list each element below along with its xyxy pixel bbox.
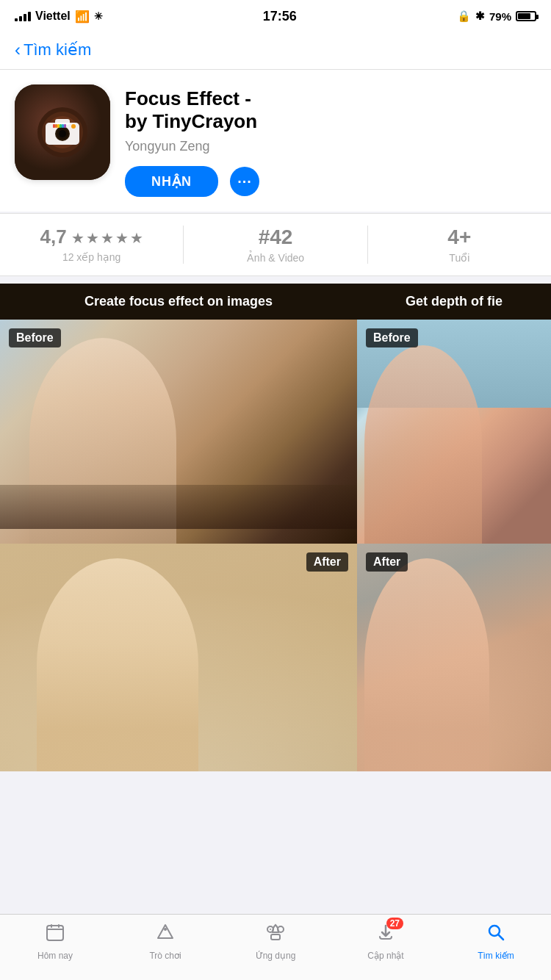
back-button[interactable]: ‹ Tìm kiếm: [15, 40, 536, 60]
tab-games-label: Trò chơi: [149, 951, 181, 961]
status-bar: Viettel 📶 ✳ 17:56 🔒 ✱ 79%: [0, 0, 551, 32]
age-label: Tuổi: [368, 252, 551, 264]
wifi-icon: 📶: [75, 10, 90, 24]
svg-rect-17: [51, 924, 52, 928]
stars: ★ ★ ★ ★ ★: [71, 229, 143, 247]
svg-rect-18: [58, 924, 60, 928]
games-icon: [155, 922, 176, 948]
rating-value: 4,7: [40, 226, 67, 248]
rating-stat: 4,7 ★ ★ ★ ★ ★ 12 xếp hạng: [0, 226, 184, 264]
bluetooth-icon: ✱: [475, 10, 485, 23]
screenshot-2-after: After: [357, 544, 551, 771]
screenshot-1-before: Before: [0, 320, 357, 544]
screenshots-scroll[interactable]: Create focus effect on images Before Aft…: [0, 284, 551, 771]
after-badge-2: After: [366, 552, 408, 572]
screenshot-1: Create focus effect on images Before Aft…: [0, 284, 357, 771]
tab-bar: Hôm nay Trò chơi Ứng dụng: [0, 914, 551, 980]
tab-updates-label: Cập nhật: [367, 951, 403, 961]
svg-rect-12: [62, 124, 64, 128]
tab-today[interactable]: Hôm nay: [0, 922, 110, 961]
back-label: Tìm kiếm: [24, 40, 91, 60]
tab-search-label: Tìm kiếm: [478, 951, 514, 961]
stats-bar: 4,7 ★ ★ ★ ★ ★ 12 xếp hạng #42 Ảnh & Vide…: [0, 213, 551, 276]
after-badge-1: After: [306, 552, 348, 572]
before-badge-2: Before: [366, 328, 418, 347]
svg-point-7: [59, 130, 66, 137]
screenshot-2: Get depth of fie Before After: [357, 284, 551, 771]
age-value: 4+: [368, 226, 551, 249]
svg-rect-15: [47, 926, 63, 940]
app-name: Focus Effect - by TinyCrayon: [125, 87, 536, 133]
signal-bars: [15, 11, 31, 21]
svg-rect-9: [55, 124, 57, 128]
svg-point-19: [164, 928, 167, 931]
screenshot-1-header: Create focus effect on images: [0, 284, 357, 320]
tab-search[interactable]: Tìm kiếm: [441, 922, 551, 961]
app-actions: NHẬN ···: [125, 166, 536, 197]
nav-bar: ‹ Tìm kiếm: [0, 32, 551, 70]
tab-updates-badge-container: 27: [375, 922, 396, 948]
app-info: Focus Effect - by TinyCrayon Yongyun Zen…: [125, 84, 536, 197]
app-developer: Yongyun Zeng: [125, 139, 536, 154]
rank-stat: #42 Ảnh & Video: [184, 226, 367, 264]
status-right: 🔒 ✱ 79%: [457, 10, 536, 23]
tab-updates[interactable]: 27 Cập nhật: [331, 922, 441, 961]
svg-point-14: [71, 124, 76, 129]
before-badge-1: Before: [9, 328, 61, 347]
app-icon: [15, 84, 110, 180]
location-icon: 🔒: [457, 10, 471, 23]
screenshot-1-after: After: [0, 544, 357, 771]
rank-value: #42: [184, 226, 367, 249]
updates-badge-count: 27: [386, 918, 403, 929]
age-stat: 4+ Tuổi: [368, 226, 551, 264]
svg-rect-10: [57, 124, 60, 128]
svg-point-22: [270, 929, 271, 930]
back-chevron-icon: ‹: [15, 40, 21, 60]
apps-icon: [265, 922, 286, 948]
today-icon: [45, 922, 65, 948]
get-button[interactable]: NHẬN: [125, 166, 218, 197]
camera-svg: [37, 107, 88, 158]
screenshot-2-before: Before: [357, 320, 551, 544]
svg-line-25: [499, 935, 504, 940]
more-button[interactable]: ···: [230, 167, 259, 196]
rating-label: 12 xếp hạng: [0, 251, 183, 263]
app-header: Focus Effect - by TinyCrayon Yongyun Zen…: [0, 70, 551, 212]
svg-rect-4: [55, 119, 70, 125]
status-time: 17:56: [263, 9, 297, 24]
svg-rect-11: [60, 124, 62, 128]
tab-apps-label: Ứng dụng: [256, 951, 296, 961]
loading-icon: ✳: [94, 10, 103, 22]
screenshot-2-header: Get depth of fie: [357, 284, 551, 320]
battery-percent: 79%: [489, 10, 511, 23]
svg-rect-23: [271, 934, 280, 940]
carrier-name: Viettel: [35, 10, 71, 23]
tab-games[interactable]: Trò chơi: [110, 922, 220, 961]
screenshot-2-title: Get depth of fie: [406, 294, 503, 309]
search-icon: [486, 922, 506, 948]
svg-rect-16: [47, 929, 63, 930]
svg-rect-13: [64, 124, 66, 128]
tab-today-label: Hôm nay: [37, 951, 73, 961]
rank-label: Ảnh & Video: [184, 252, 367, 264]
tab-apps[interactable]: Ứng dụng: [220, 922, 331, 961]
screenshot-1-title: Create focus effect on images: [84, 294, 273, 309]
status-left: Viettel 📶 ✳: [15, 10, 103, 24]
svg-rect-8: [53, 124, 55, 128]
screenshots-section: Create focus effect on images Before Aft…: [0, 284, 551, 771]
battery-icon: [516, 11, 536, 21]
